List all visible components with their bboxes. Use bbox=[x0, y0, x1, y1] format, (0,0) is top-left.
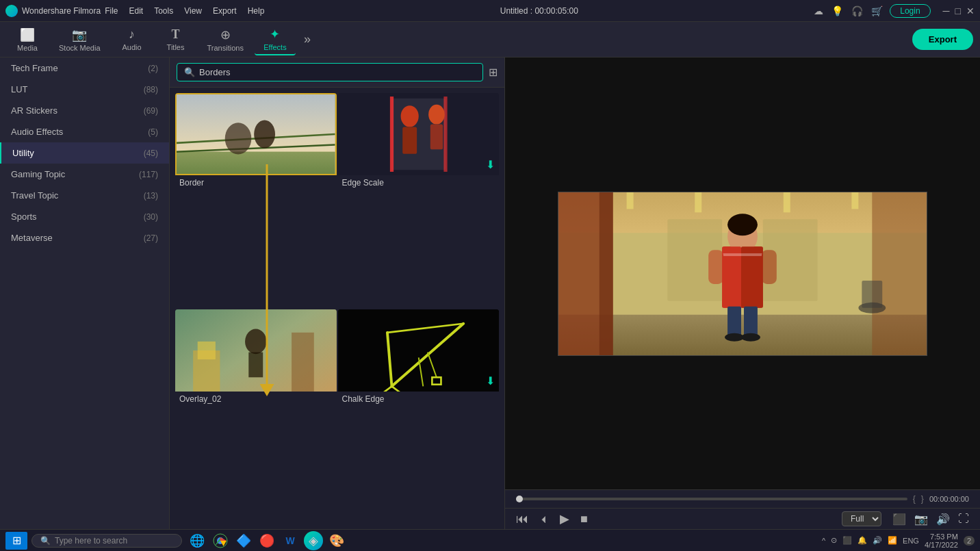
audio-label: Audio bbox=[122, 43, 141, 51]
taskbar-app-filmora[interactable]: ◈ bbox=[304, 531, 323, 550]
menu-tools[interactable]: Tools bbox=[154, 6, 173, 16]
start-button[interactable]: ⊞ bbox=[5, 532, 27, 550]
menu-edit[interactable]: Edit bbox=[129, 6, 144, 16]
svg-rect-53 bbox=[784, 192, 790, 212]
taskbar-app-word[interactable]: W bbox=[281, 531, 300, 550]
maximize-button[interactable]: □ bbox=[955, 5, 961, 16]
svg-rect-36 bbox=[862, 280, 882, 307]
sidebar-item-utility[interactable]: Utility (45) bbox=[0, 142, 169, 164]
svg-rect-19 bbox=[248, 352, 263, 377]
svg-point-47 bbox=[725, 333, 744, 341]
sidebar-item-ar-stickers[interactable]: AR Stickers (69) bbox=[0, 100, 169, 121]
sidebar-item-audio-effects[interactable]: Audio Effects (5) bbox=[0, 121, 169, 142]
sidebar-item-metaverse[interactable]: Metaverse (27) bbox=[0, 227, 169, 248]
svg-rect-52 bbox=[695, 192, 701, 212]
taskbar-icon-1: ⊙ bbox=[831, 536, 837, 545]
cloud-icon[interactable]: ☁ bbox=[814, 5, 823, 16]
headset-icon[interactable]: 🎧 bbox=[851, 5, 863, 16]
left-panel: Tech Frame (2) LUT (88) AR Stickers (69)… bbox=[0, 57, 170, 529]
menu-bar: File Edit Tools View Export Help bbox=[105, 6, 264, 16]
stop-button[interactable]: ■ bbox=[580, 512, 588, 526]
chalk-edge-download-icon: ⬇ bbox=[486, 374, 495, 387]
overlay-svg bbox=[175, 309, 337, 392]
cart-icon[interactable]: 🛒 bbox=[871, 5, 883, 16]
screenshot-icon[interactable]: 📷 bbox=[914, 513, 928, 526]
login-button[interactable]: Login bbox=[890, 4, 930, 18]
screen-layout-icon[interactable]: ⬛ bbox=[892, 513, 906, 526]
taskbar-app-paint[interactable]: 🎨 bbox=[327, 531, 346, 550]
gaming-topic-label: Gaming Topic bbox=[11, 169, 65, 179]
sidebar-item-travel-topic[interactable]: Travel Topic (13) bbox=[0, 185, 169, 206]
titlebar-left: Wondershare Filmora File Edit Tools View… bbox=[5, 5, 264, 17]
border-thumb-svg bbox=[177, 94, 335, 174]
step-back-button[interactable]: ⏮ bbox=[516, 512, 528, 526]
quality-select[interactable]: Full 1/2 1/4 bbox=[842, 511, 881, 526]
menu-file[interactable]: File bbox=[105, 6, 118, 16]
grid-view-icon[interactable]: ⊞ bbox=[489, 66, 498, 79]
search-bar: 🔍 ⊞ bbox=[170, 57, 504, 88]
close-button[interactable]: ✕ bbox=[966, 5, 975, 16]
menu-help[interactable]: Help bbox=[248, 6, 265, 16]
effect-item-edge-scale[interactable]: ⬇ Edge Scale bbox=[338, 93, 500, 308]
toolbar-more-button[interactable]: » bbox=[298, 32, 316, 47]
taskbar-icon-3: 🔔 bbox=[858, 536, 867, 545]
toolbar-effects[interactable]: ✦ Effects bbox=[255, 24, 296, 55]
taskbar-caret[interactable]: ^ bbox=[822, 537, 825, 545]
preview-right-icons: ⬛ 📷 🔊 ⛶ bbox=[892, 513, 969, 526]
search-input-wrapper[interactable]: 🔍 bbox=[177, 63, 483, 81]
progress-bar[interactable] bbox=[516, 498, 907, 500]
svg-rect-43 bbox=[727, 306, 741, 337]
audio-effects-count: (5) bbox=[148, 127, 158, 137]
title-center: Untitled : 00:00:05:00 bbox=[500, 6, 578, 16]
taskbar-app-opera[interactable]: 🔴 bbox=[257, 531, 276, 550]
effect-item-border[interactable]: Border bbox=[175, 93, 337, 308]
tech-frame-count: (2) bbox=[148, 64, 158, 73]
effects-grid: Border bbox=[170, 88, 504, 529]
taskbar-app-chrome[interactable] bbox=[211, 531, 230, 550]
edge-scale-label: Edge Scale bbox=[338, 175, 500, 190]
export-button[interactable]: Export bbox=[912, 29, 973, 50]
chalk-edge-label: Chalk Edge bbox=[338, 392, 500, 407]
transitions-label: Transitions bbox=[207, 44, 244, 52]
main-area: Tech Frame (2) LUT (88) AR Stickers (69)… bbox=[0, 57, 980, 529]
play-button[interactable]: ▶ bbox=[560, 511, 569, 526]
sidebar-item-lut[interactable]: LUT (88) bbox=[0, 79, 169, 100]
sidebar-item-sports[interactable]: Sports (30) bbox=[0, 206, 169, 227]
fullscreen-icon[interactable]: ⛶ bbox=[958, 513, 969, 526]
taskbar-notification-btn[interactable]: 2 bbox=[964, 536, 975, 546]
effect-item-overlay-02[interactable]: Overlay_02 bbox=[175, 309, 337, 524]
bulb-icon[interactable]: 💡 bbox=[831, 5, 843, 16]
taskbar-app-ie[interactable]: 🌐 bbox=[188, 531, 207, 550]
toolbar-stock-media[interactable]: 📷 Stock Media bbox=[51, 25, 109, 55]
play-back-button[interactable]: ⏴ bbox=[539, 513, 549, 524]
svg-rect-9 bbox=[443, 97, 447, 172]
stock-icon: 📷 bbox=[72, 27, 87, 42]
playback-buttons: ⏮ ⏴ ▶ ■ Full 1/2 1/4 ⬛ 📷 🔊 ⛶ bbox=[505, 508, 980, 529]
search-input[interactable] bbox=[199, 67, 476, 77]
taskbar-systray: ^ ⊙ ⬛ 🔔 🔊 📶 ENG 7:53 PM 4/17/2022 2 bbox=[822, 533, 975, 549]
toolbar-audio[interactable]: ♪ Audio bbox=[112, 25, 153, 54]
transitions-icon: ⊕ bbox=[220, 27, 231, 42]
travel-topic-label: Travel Topic bbox=[11, 190, 58, 201]
menu-view[interactable]: View bbox=[184, 6, 202, 16]
sidebar-item-tech-frame[interactable]: Tech Frame (2) bbox=[0, 57, 169, 79]
minimize-button[interactable]: ─ bbox=[943, 5, 950, 16]
svg-rect-16 bbox=[198, 341, 216, 359]
timecode-bracket-right: } bbox=[921, 494, 924, 504]
sidebar-item-gaming-topic[interactable]: Gaming Topic (117) bbox=[0, 164, 169, 185]
taskbar-search[interactable]: 🔍 Type here to search bbox=[31, 534, 182, 548]
menu-export[interactable]: Export bbox=[213, 6, 237, 16]
toolbar-transitions[interactable]: ⊕ Transitions bbox=[199, 25, 252, 55]
svg-point-39 bbox=[727, 214, 758, 235]
sports-label: Sports bbox=[11, 212, 37, 222]
taskbar-app-edge[interactable]: 🔷 bbox=[234, 531, 253, 550]
toolbar-titles[interactable]: T Titles bbox=[155, 25, 196, 54]
taskbar-icon-4: 🔊 bbox=[873, 536, 882, 545]
svg-rect-17 bbox=[292, 332, 314, 391]
effect-item-chalk-edge[interactable]: ⬇ Chalk Edge bbox=[338, 309, 500, 524]
playhead-dot bbox=[516, 496, 523, 502]
volume-icon[interactable]: 🔊 bbox=[936, 513, 950, 526]
window-controls: ─ □ ✕ bbox=[943, 5, 975, 16]
video-frame bbox=[558, 192, 927, 356]
toolbar-media[interactable]: ⬜ Media bbox=[7, 25, 48, 55]
